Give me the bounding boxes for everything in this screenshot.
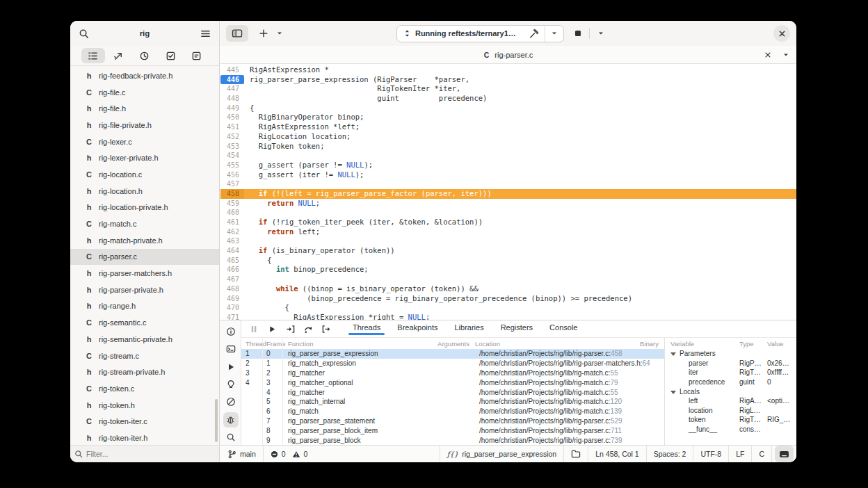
run-output-icon[interactable]	[223, 359, 239, 374]
variable-row[interactable]: leftRigA…<opti…	[665, 396, 796, 406]
code-line[interactable]: 458 if (!(left = rig_parser_parse_factor…	[220, 189, 796, 199]
sidebar-scrollbar[interactable]	[215, 399, 218, 442]
code-line[interactable]: 457	[220, 179, 796, 189]
variable-group[interactable]: Locals	[665, 387, 796, 396]
file-item[interactable]: hrig-range.h	[70, 298, 219, 315]
code-editor[interactable]: 445RigAstExpression *446rig_parser_parse…	[220, 64, 796, 320]
tab-list-icon[interactable]	[782, 51, 789, 58]
code-line[interactable]: 450 RigBinaryOperator binop;	[220, 113, 796, 122]
code-line[interactable]: 449{	[220, 104, 796, 113]
line-number[interactable]: 445	[220, 65, 244, 75]
indentation-setting[interactable]: Spaces: 2	[647, 446, 693, 462]
file-item[interactable]: hrig-stream-private.h	[70, 364, 219, 380]
code-line[interactable]: 452 RigLocation location;	[220, 132, 796, 142]
line-number[interactable]: 471	[220, 313, 244, 320]
file-item[interactable]: Crig-match.c	[70, 215, 219, 232]
code-line[interactable]: 468 while ((binop = is_binary_operator (…	[220, 284, 796, 294]
keyboard-toggle[interactable]	[775, 446, 794, 462]
code-line[interactable]: 463	[220, 236, 796, 246]
frame-row[interactable]: 9rig_parser_parse_block/home/christian/P…	[241, 435, 664, 445]
line-number[interactable]: 465	[220, 256, 244, 266]
code-line[interactable]: 446rig_parser_parse_expression (RigParse…	[220, 75, 796, 85]
line-number[interactable]: 464	[220, 246, 244, 256]
file-item[interactable]: Crig-location.c	[70, 166, 219, 183]
frame-row[interactable]: 10rig_parser_parse_expression/home/chris…	[241, 349, 664, 359]
code-line[interactable]: 448 guint precedence)	[220, 94, 796, 104]
run-menu-button[interactable]	[594, 25, 608, 42]
build-menu-button[interactable]	[545, 26, 563, 42]
variable-row[interactable]: parserRigP…0x26…	[665, 359, 796, 368]
line-number[interactable]: 446	[220, 75, 244, 85]
debugger-tab-threads[interactable]: Threads	[346, 323, 387, 334]
code-line[interactable]: 469 (binop_precedence = rig_binary_opera…	[220, 294, 796, 304]
debugger-icon[interactable]	[223, 412, 239, 427]
line-number[interactable]: 448	[220, 94, 244, 104]
debugger-tab-libraries[interactable]: Libraries	[447, 323, 490, 334]
code-line[interactable]: 445RigAstExpression *	[220, 65, 796, 75]
line-number[interactable]: 463	[220, 236, 244, 246]
file-item[interactable]: Crig-stream.c	[70, 348, 219, 364]
code-line[interactable]: 460	[220, 208, 796, 218]
file-item[interactable]: Crig-parser.c	[70, 249, 219, 266]
code-line[interactable]: 455 g_assert (parser != NULL);	[220, 161, 796, 170]
file-item[interactable]: Crig-file.c	[70, 84, 219, 101]
file-item[interactable]: hrig-token-iter.h	[70, 430, 219, 445]
line-number[interactable]: 457	[220, 179, 244, 189]
code-line[interactable]: 454	[220, 151, 796, 161]
debugger-tab-console[interactable]: Console	[542, 323, 584, 334]
line-number[interactable]: 455	[220, 161, 244, 170]
line-number[interactable]: 466	[220, 265, 244, 275]
expand-caret-icon[interactable]	[670, 352, 676, 356]
toggle-sidebar-button[interactable]	[226, 25, 248, 42]
symbol-indicator[interactable]: ƒ{} rig_parser_parse_expression	[440, 446, 563, 462]
code-line[interactable]: 447 RigTokenIter *iter,	[220, 84, 796, 94]
line-number[interactable]: 467	[220, 275, 244, 284]
file-item[interactable]: hrig-semantic-private.h	[70, 331, 219, 348]
code-line[interactable]: 466 int binop_precedence;	[220, 265, 796, 275]
debugger-tab-breakpoints[interactable]: Breakpoints	[390, 323, 444, 334]
cursor-position[interactable]: Ln 458, Col 1	[588, 446, 645, 462]
expand-caret-icon[interactable]	[670, 391, 676, 394]
line-number[interactable]: 468	[220, 284, 244, 294]
run-target-selector[interactable]: Running reftests/ternary1…	[397, 26, 523, 42]
variable-group[interactable]: Parameters	[665, 349, 796, 359]
file-item[interactable]: hrig-feedback-private.h	[70, 67, 219, 84]
variable-row[interactable]: precedenceguint0	[665, 377, 796, 387]
terminal-icon[interactable]	[223, 341, 239, 356]
step-into-button[interactable]	[282, 323, 298, 335]
code-line[interactable]: 462 return left;	[220, 227, 796, 237]
encoding-setting[interactable]: UTF-8	[693, 446, 728, 462]
frame-row[interactable]: 43rig_matcher_optional/home/christian/Pr…	[241, 377, 664, 387]
line-number[interactable]: 459	[220, 199, 244, 209]
line-number[interactable]: 458	[220, 189, 244, 199]
new-tab-button[interactable]	[255, 25, 272, 42]
variable-row[interactable]: __func__cons…	[665, 425, 796, 434]
build-tab[interactable]	[107, 48, 131, 63]
review-tab[interactable]	[184, 48, 208, 63]
line-number[interactable]: 447	[220, 84, 244, 94]
step-out-button[interactable]	[318, 323, 335, 335]
file-item[interactable]: hrig-location-private.h	[70, 200, 219, 216]
code-line[interactable]: 465 {	[220, 256, 796, 266]
file-item[interactable]: Crig-token.c	[70, 380, 219, 397]
search-icon[interactable]	[79, 29, 89, 39]
continue-button[interactable]	[264, 323, 280, 335]
frame-row[interactable]: 7rig_parser_parse_statement/home/christi…	[241, 416, 664, 426]
new-tab-menu-button[interactable]	[275, 25, 284, 42]
filter-input[interactable]	[86, 450, 198, 458]
line-number[interactable]: 454	[220, 151, 244, 161]
pause-button[interactable]	[246, 323, 262, 335]
diagnostics-indicator[interactable]: 0 0	[264, 446, 315, 462]
file-item[interactable]: hrig-file-private.h	[70, 117, 219, 133]
code-line[interactable]: 459 return NULL;	[220, 199, 796, 209]
step-over-button[interactable]	[300, 323, 316, 335]
file-item[interactable]: hrig-location.h	[70, 183, 219, 200]
line-number[interactable]: 449	[220, 104, 244, 113]
file-item[interactable]: hrig-token.h	[70, 397, 219, 414]
variable-row[interactable]: iterRigT…0xffff…	[665, 368, 796, 377]
frame-row[interactable]: 8rig_parser_parse_block_item/home/christ…	[241, 425, 664, 435]
file-item[interactable]: Crig-lexer.c	[70, 133, 219, 150]
menu-icon[interactable]	[200, 29, 211, 39]
line-number[interactable]: 451	[220, 122, 244, 132]
code-line[interactable]: 464 if (is_binary_operator (token))	[220, 246, 796, 256]
